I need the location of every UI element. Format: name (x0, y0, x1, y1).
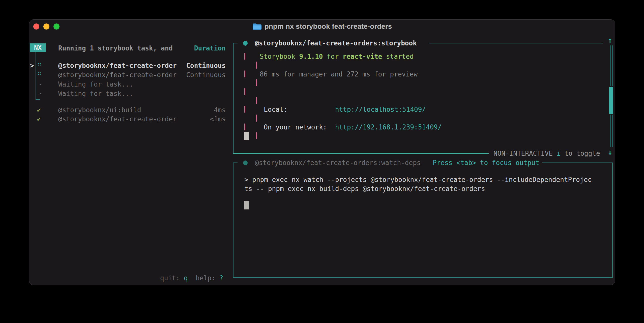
output-line: 86 ms for manager and 272 ms for preview (244, 70, 615, 78)
output-line (244, 131, 615, 140)
terminal-cursor (244, 201, 249, 209)
zoom-button[interactable] (53, 23, 60, 30)
idle-status-dot-icon (243, 160, 248, 165)
window-title: pnpm nx storybook feat-create-orders (265, 22, 392, 31)
spinner-icon: ⠛ (37, 71, 42, 79)
task-name: Waiting for task... (58, 80, 133, 89)
output-line: Local: http://localhost:51409/ (244, 105, 615, 114)
help-key: ? (219, 274, 223, 282)
duration-column-header: Duration (194, 44, 226, 52)
running-status-dot-icon (243, 41, 248, 46)
scrollbar-track[interactable] (610, 115, 612, 147)
spinner-icon: ⠛ (37, 61, 42, 70)
local-label: Local: (264, 105, 287, 114)
titlebar: pnpm nx storybook feat-create-orders (29, 20, 615, 33)
scrollbar-thumb[interactable] (609, 87, 613, 114)
check-icon: ✔ (37, 115, 41, 123)
bottom-panel-border-left (233, 163, 233, 278)
storybook-started-line: Storybook 9.1.10 for react-vite started (260, 52, 414, 61)
minimize-button[interactable] (43, 23, 49, 30)
task-status: Continuous (186, 61, 226, 70)
progress-bar-icon (244, 88, 245, 95)
close-button[interactable] (33, 23, 39, 30)
bottom-panel-border-top (542, 163, 613, 163)
terminal-window: pnpm nx storybook feat-create-orders NX … (29, 19, 615, 285)
task-row[interactable]: @storybooknx/feat-create-order Continuou… (58, 61, 226, 70)
running-tasks-label: Running 1 storybook task, and (58, 44, 173, 52)
output-line (244, 114, 615, 123)
task-duration: 4ms (214, 106, 226, 114)
bottom-panel-border-bottom (233, 277, 613, 278)
scrollbar-track[interactable] (610, 45, 612, 86)
output-line (244, 96, 615, 105)
storybook-output: Storybook 9.1.10 for react-vite started … (244, 52, 615, 140)
task-row[interactable]: @storybooknx/feat-create-order Continuou… (58, 71, 226, 79)
task-row[interactable]: Waiting for task... (58, 89, 226, 98)
task-group-line (36, 52, 36, 100)
task-row[interactable]: Waiting for task... (58, 80, 226, 89)
task-name: @storybooknx/ui:build (58, 106, 141, 114)
task-name: Waiting for task... (58, 89, 133, 98)
folder-icon (252, 23, 261, 30)
progress-bar-icon (256, 97, 257, 104)
progress-bar-icon (256, 132, 257, 139)
keybinding-footer: quit: q help: ? (160, 274, 223, 282)
progress-bar-icon (256, 115, 257, 122)
desktop-background: pnpm nx storybook feat-create-orders NX … (0, 0, 644, 323)
output-line (244, 78, 615, 87)
task-list-header: Running 1 storybook task, and Duration (58, 44, 226, 52)
quit-label: quit: (160, 274, 180, 282)
task-name: @storybooknx/feat-create-order (58, 71, 177, 79)
top-panel-border-stub (233, 43, 238, 43)
help-label: help: (196, 274, 215, 282)
output-line: Storybook 9.1.10 for react-vite started (244, 52, 615, 61)
command-line: > pnpm exec nx watch --projects @storybo… (244, 175, 592, 184)
completed-task-row[interactable]: @storybooknx/feat-create-order <1ms (58, 115, 226, 123)
bottom-panel-title: @storybooknx/feat-create-orders:watch-de… (255, 158, 421, 167)
task-status: Continuous (186, 71, 226, 79)
nx-logo-badge: NX (30, 43, 46, 52)
progress-bar-icon (244, 123, 245, 130)
output-line: On your network: http://192.168.1.239:51… (244, 123, 615, 131)
scroll-down-arrow-icon[interactable]: ↓ (608, 148, 612, 156)
toggle-key: i (557, 150, 561, 157)
progress-bar-icon (256, 62, 257, 69)
network-label: On your network: (264, 123, 327, 131)
progress-bar-icon (244, 53, 245, 60)
progress-bar-icon (244, 106, 245, 113)
terminal-cursor (244, 132, 249, 140)
pending-dot-icon: · (38, 80, 42, 89)
task-name: @storybooknx/feat-create-order (58, 61, 177, 70)
network-url-link[interactable]: http://192.168.1.239:51409/ (335, 123, 442, 131)
check-icon: ✔ (37, 106, 41, 114)
focus-output-hint: Press <tab> to focus output (433, 158, 539, 167)
toggle-suffix: to toggle (561, 150, 600, 157)
selected-row-caret: > (30, 61, 34, 70)
output-line (244, 61, 615, 70)
non-interactive-label: NON-INTERACTIVE (493, 150, 557, 157)
top-panel-border-bottom (233, 153, 489, 154)
top-panel-border-top (429, 43, 603, 43)
pending-dot-icon: · (38, 89, 42, 98)
interactivity-status-bar: NON-INTERACTIVE i to toggle (493, 149, 600, 158)
build-timing-line: 86 ms for manager and 272 ms for preview (260, 70, 418, 78)
output-line (244, 87, 615, 96)
progress-bar-icon (244, 70, 245, 77)
quit-key: q (184, 274, 188, 282)
top-panel-border-left (233, 43, 233, 154)
local-url-link[interactable]: http://localhost:51409/ (335, 105, 426, 114)
task-group-line-foot (36, 99, 40, 100)
task-duration: <1ms (210, 115, 226, 123)
scroll-up-arrow-icon[interactable]: ↑ (608, 36, 612, 44)
bottom-panel-border-right (612, 163, 613, 278)
progress-bar-icon (256, 79, 257, 86)
top-panel-title: @storybooknx/feat-create-orders:storyboo… (255, 39, 417, 47)
task-name: @storybooknx/feat-create-order (58, 115, 177, 123)
completed-task-row[interactable]: @storybooknx/ui:build 4ms (58, 106, 226, 114)
command-line: ts -- pnpm exec nx build-deps @storybook… (244, 184, 485, 193)
bottom-panel-border-stub (233, 163, 238, 163)
